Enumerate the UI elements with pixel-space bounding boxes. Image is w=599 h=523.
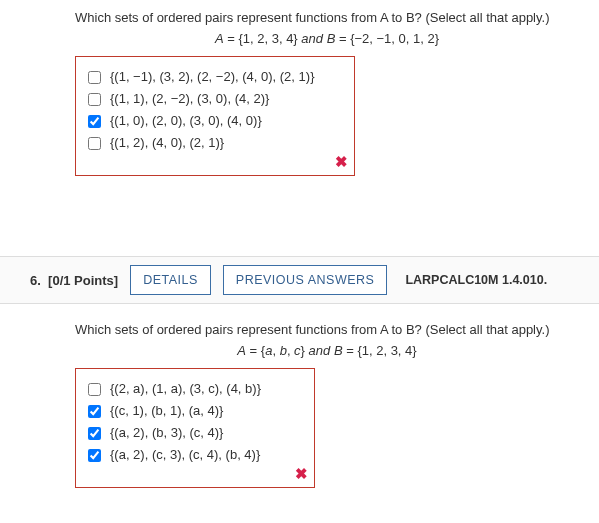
question-2-block: Which sets of ordered pairs represent fu…: [0, 304, 599, 508]
question-number: 6. [0/1 Points]: [30, 273, 118, 288]
question-1-block: Which sets of ordered pairs represent fu…: [0, 0, 599, 196]
q2-option-4-checkbox[interactable]: [88, 449, 101, 462]
q1-option-3-checkbox[interactable]: [88, 115, 101, 128]
q2-option-2-label: {(c, 1), (b, 1), (a, 4)}: [110, 403, 223, 419]
q2-option-1-checkbox[interactable]: [88, 383, 101, 396]
spacer: [0, 196, 599, 256]
q2-option: {(2, a), (1, a), (3, c), (4, b)}: [84, 381, 284, 399]
incorrect-icon: ✖: [335, 153, 348, 171]
q2-option: {(c, 1), (b, 1), (a, 4)}: [84, 403, 284, 421]
q1-option-1-checkbox[interactable]: [88, 71, 101, 84]
incorrect-icon: ✖: [295, 465, 308, 483]
q2-option-3-checkbox[interactable]: [88, 427, 101, 440]
question-1-prompt: Which sets of ordered pairs represent fu…: [75, 10, 579, 25]
q1-prompt-text: Which sets of ordered pairs represent fu…: [75, 10, 550, 25]
question-2-answer-box: {(2, a), (1, a), (3, c), (4, b)} {(c, 1)…: [75, 368, 315, 488]
question-reference: LARPCALC10M 1.4.010.: [405, 273, 547, 287]
q2-option-4-label: {(a, 2), (c, 3), (c, 4), (b, 4)}: [110, 447, 260, 463]
q1-option: {(1, 2), (4, 0), (2, 1)}: [84, 135, 324, 153]
q1-option-2-label: {(1, 1), (2, −2), (3, 0), (4, 2)}: [110, 91, 269, 107]
question-1-answer-box: {(1, −1), (3, 2), (2, −2), (4, 0), (2, 1…: [75, 56, 355, 176]
q1-option-4-checkbox[interactable]: [88, 137, 101, 150]
question-2-prompt: Which sets of ordered pairs represent fu…: [75, 322, 579, 337]
q1-option-4-label: {(1, 2), (4, 0), (2, 1)}: [110, 135, 224, 151]
q2-prompt-text: Which sets of ordered pairs represent fu…: [75, 322, 550, 337]
q-points-text: [0/1 Points]: [48, 273, 118, 288]
q1-option-3-label: {(1, 0), (2, 0), (3, 0), (4, 0)}: [110, 113, 262, 129]
q2-option-3-label: {(a, 2), (b, 3), (c, 4)}: [110, 425, 223, 441]
q2-option: {(a, 2), (c, 3), (c, 4), (b, 4)}: [84, 447, 284, 465]
details-button[interactable]: DETAILS: [130, 265, 211, 295]
previous-answers-button[interactable]: PREVIOUS ANSWERS: [223, 265, 388, 295]
q1-option: {(1, 0), (2, 0), (3, 0), (4, 0)}: [84, 113, 324, 131]
q-number-text: 6.: [30, 273, 41, 288]
q1-option: {(1, 1), (2, −2), (3, 0), (4, 2)}: [84, 91, 324, 109]
question-1-sets: A = {1, 2, 3, 4} and B = {−2, −1, 0, 1, …: [75, 31, 579, 46]
q1-option-1-label: {(1, −1), (3, 2), (2, −2), (4, 0), (2, 1…: [110, 69, 314, 85]
q2-option-1-label: {(2, a), (1, a), (3, c), (4, b)}: [110, 381, 261, 397]
q2-option-2-checkbox[interactable]: [88, 405, 101, 418]
q1-option: {(1, −1), (3, 2), (2, −2), (4, 0), (2, 1…: [84, 69, 324, 87]
q2-option: {(a, 2), (b, 3), (c, 4)}: [84, 425, 284, 443]
question-6-header: 6. [0/1 Points] DETAILS PREVIOUS ANSWERS…: [0, 256, 599, 304]
q1-option-2-checkbox[interactable]: [88, 93, 101, 106]
question-2-sets: A = {a, b, c} and B = {1, 2, 3, 4}: [75, 343, 579, 358]
